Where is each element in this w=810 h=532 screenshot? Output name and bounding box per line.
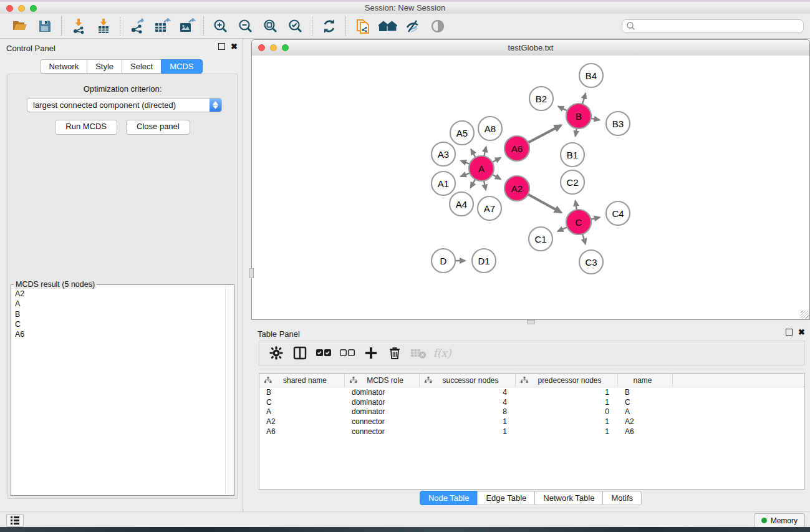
table-cell[interactable]: connector [345, 427, 420, 436]
tab-edge-table[interactable]: Edge Table [477, 491, 535, 505]
splitter-grip[interactable] [527, 320, 535, 324]
table-cell[interactable]: 1 [516, 427, 618, 436]
close-panel-button[interactable]: Close panel [126, 120, 190, 135]
edge-A-A8[interactable] [484, 147, 486, 156]
table-cell[interactable]: 4 [420, 388, 516, 397]
edge-B-B1[interactable] [576, 128, 577, 137]
show-graphics-details-icon[interactable] [425, 16, 450, 36]
export-table-icon[interactable] [150, 16, 175, 36]
import-table-icon[interactable] [91, 16, 116, 36]
search-input[interactable] [636, 20, 803, 32]
export-image-icon[interactable] [175, 16, 200, 36]
select-all-rows-icon[interactable] [313, 344, 334, 362]
table-cell[interactable]: A2 [259, 417, 345, 426]
table-cell[interactable]: dominator [345, 407, 420, 416]
column-header-predecessor-nodes[interactable]: predecessor nodes [516, 374, 618, 387]
table-row[interactable]: A2connector11A2 [259, 417, 804, 427]
memory-button[interactable]: Memory [754, 513, 805, 528]
table-cell[interactable]: A [618, 407, 673, 416]
table-cell[interactable]: dominator [345, 398, 420, 407]
edge-B-B4[interactable] [582, 94, 586, 104]
edge-A6-B[interactable] [528, 125, 561, 143]
close-panel-icon[interactable]: ✖ [798, 329, 805, 336]
table-cell[interactable]: B [259, 388, 345, 397]
edge-A-A5[interactable] [471, 149, 475, 157]
table-cell[interactable]: 1 [516, 388, 618, 397]
edge-C-C2[interactable] [576, 201, 577, 210]
result-scrollbar[interactable] [225, 286, 233, 494]
column-header-MCDS-role[interactable]: MCDS role [345, 374, 420, 387]
zoom-in-icon[interactable] [208, 16, 233, 36]
table-cell[interactable]: 4 [420, 398, 516, 407]
zoom-fit-icon[interactable] [258, 16, 283, 36]
table-cell[interactable]: 8 [420, 407, 516, 416]
resize-grip-icon[interactable] [801, 311, 809, 319]
zoom-selected-icon[interactable] [283, 16, 308, 36]
table-cell[interactable]: 1 [420, 417, 516, 426]
column-header-successor-nodes[interactable]: successor nodes [420, 374, 516, 387]
float-panel-icon[interactable] [786, 329, 793, 336]
edge-A-A7[interactable] [484, 181, 486, 190]
criterion-select[interactable]: largest connected component (directed) [27, 98, 222, 112]
table-row[interactable]: Cdominator41C [259, 397, 804, 407]
table-cell[interactable]: A [259, 407, 345, 416]
table-cell[interactable]: C [618, 398, 673, 407]
column-header-shared-name[interactable]: shared name [259, 374, 345, 387]
open-file-icon[interactable] [7, 16, 32, 36]
table-settings-gear-icon[interactable] [266, 344, 287, 362]
deselect-all-rows-icon[interactable] [337, 344, 358, 362]
table-row[interactable]: Adominator80A [259, 407, 804, 417]
edge-A-A4[interactable] [471, 179, 476, 187]
tab-motifs[interactable]: Motifs [602, 491, 642, 505]
run-mcds-button[interactable]: Run MCDS [55, 120, 117, 135]
table-cell[interactable]: C [259, 398, 345, 407]
create-column-icon[interactable] [360, 344, 382, 362]
float-panel-icon[interactable] [218, 43, 225, 50]
result-item[interactable]: C [11, 319, 225, 329]
import-network-icon[interactable] [66, 16, 91, 36]
result-item[interactable]: A6 [11, 329, 225, 339]
export-network-icon[interactable] [125, 16, 150, 36]
show-columns-icon[interactable] [289, 344, 311, 362]
task-history-button[interactable] [6, 514, 24, 527]
result-item[interactable]: A [11, 299, 225, 309]
tab-network-table[interactable]: Network Table [534, 491, 603, 505]
delete-column-icon[interactable] [384, 344, 405, 362]
edge-C-C3[interactable] [582, 234, 586, 244]
tab-network[interactable]: Network [40, 59, 87, 74]
tab-style[interactable]: Style [87, 59, 122, 74]
result-item[interactable]: B [11, 309, 225, 319]
table-cell[interactable]: 0 [516, 407, 618, 416]
table-cell[interactable]: A2 [618, 417, 673, 426]
table-cell[interactable]: 1 [516, 398, 618, 407]
edge-A-A6[interactable] [492, 158, 500, 163]
close-panel-icon[interactable]: ✖ [231, 43, 238, 50]
edge-C-C4[interactable] [591, 218, 600, 220]
splitter-grip[interactable] [249, 268, 254, 278]
edge-B-B3[interactable] [591, 118, 600, 120]
edge-A-A3[interactable] [461, 161, 470, 164]
zoom-out-icon[interactable] [233, 16, 258, 36]
result-item[interactable]: A2 [11, 289, 225, 299]
table-cell[interactable]: connector [345, 417, 420, 426]
hide-graphics-details-icon[interactable] [400, 16, 425, 36]
edge-A-A2[interactable] [492, 175, 500, 180]
edge-A-A1[interactable] [461, 173, 470, 177]
home-layout-icon[interactable] [375, 16, 400, 36]
table-row[interactable]: Bdominator41B [259, 387, 804, 397]
table-cell[interactable]: 1 [516, 417, 618, 426]
table-cell[interactable]: dominator [345, 388, 420, 397]
table-cell[interactable]: 1 [420, 427, 516, 436]
table-cell[interactable]: A6 [259, 427, 345, 436]
column-header-name[interactable]: name [618, 374, 673, 387]
tab-mcds[interactable]: MCDS [161, 59, 202, 74]
network-canvas[interactable]: B4B2BB3A5A8A6A3B1AA1C2A2A4A7C4CC1C3DD1 [252, 56, 809, 319]
duplicate-network-icon[interactable] [350, 16, 375, 36]
table-cell[interactable]: A6 [618, 427, 673, 436]
tab-select[interactable]: Select [122, 59, 162, 74]
table-cell[interactable]: B [618, 388, 673, 397]
save-session-icon[interactable] [32, 16, 57, 36]
table-row[interactable]: A6connector11A6 [259, 427, 804, 437]
tab-node-table[interactable]: Node Table [420, 491, 478, 505]
edge-C-C1[interactable] [557, 227, 567, 231]
